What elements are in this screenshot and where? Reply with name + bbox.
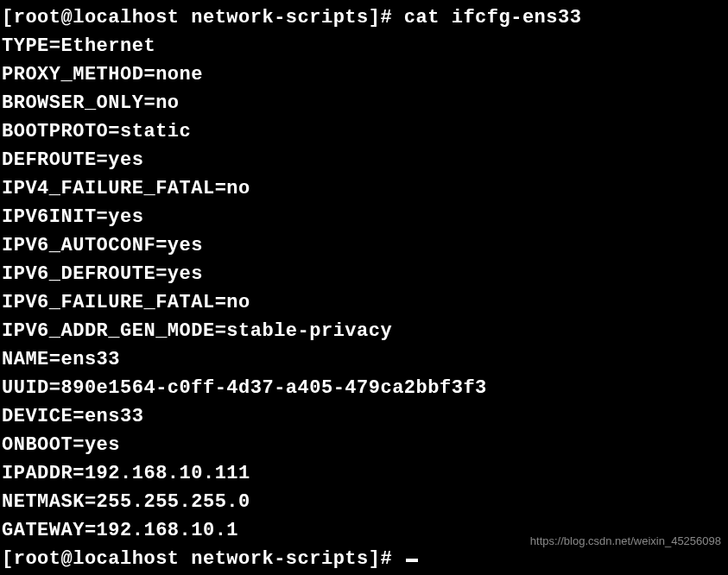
- config-line: PROXY_METHOD=none: [2, 60, 726, 89]
- prompt-line-2[interactable]: [root@localhost network-scripts]#: [2, 548, 404, 570]
- config-line: UUID=890e1564-c0ff-4d37-a405-479ca2bbf3f…: [2, 374, 726, 402]
- config-line: IPV6_FAILURE_FATAL=no: [2, 288, 726, 317]
- config-line: TYPE=Ethernet: [2, 32, 726, 60]
- prompt-line-1: [root@localhost network-scripts]# cat if…: [2, 3, 726, 32]
- config-line: BROWSER_ONLY=no: [2, 89, 726, 117]
- config-line: BOOTPROTO=static: [2, 117, 726, 146]
- config-line: ONBOOT=yes: [2, 431, 726, 459]
- watermark-text: https://blog.csdn.net/weixin_45256098: [530, 533, 721, 550]
- config-line: DEFROUTE=yes: [2, 146, 726, 174]
- config-line: IPV6_ADDR_GEN_MODE=stable-privacy: [2, 317, 726, 345]
- terminal-output[interactable]: [root@localhost network-scripts]# cat if…: [2, 3, 726, 573]
- config-line: IPV6_DEFROUTE=yes: [2, 260, 726, 288]
- config-output: TYPE=EthernetPROXY_METHOD=noneBROWSER_ON…: [2, 32, 726, 545]
- config-line: DEVICE=ens33: [2, 402, 726, 431]
- cursor: [406, 559, 418, 562]
- config-line: IPV4_FAILURE_FATAL=no: [2, 174, 726, 203]
- config-line: NAME=ens33: [2, 345, 726, 374]
- config-line: NETMASK=255.255.255.0: [2, 488, 726, 516]
- config-line: IPV6INIT=yes: [2, 203, 726, 231]
- config-line: IPADDR=192.168.10.111: [2, 459, 726, 488]
- config-line: IPV6_AUTOCONF=yes: [2, 231, 726, 260]
